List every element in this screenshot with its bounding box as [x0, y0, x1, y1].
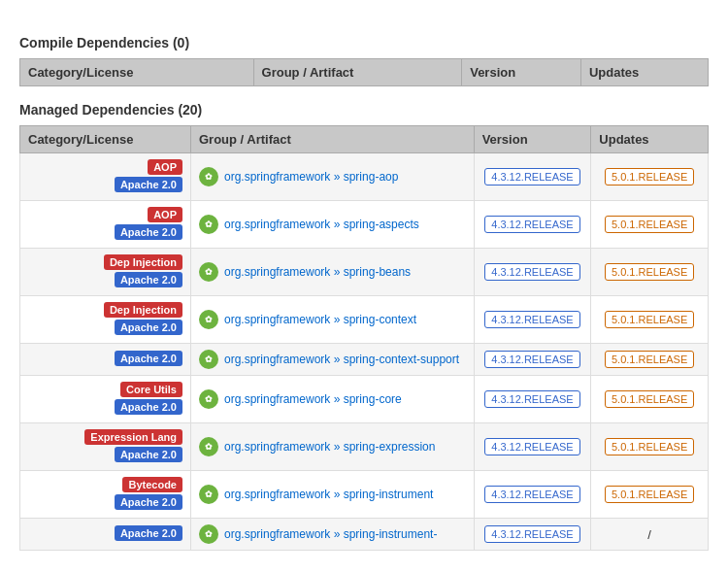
category-badge: Dep Injection: [104, 254, 182, 270]
category-badge: Apache 2.0: [115, 177, 182, 192]
group-artifact-cell: ✿org.springframework » spring-instrument…: [190, 519, 474, 551]
version-badge[interactable]: 4.3.12.RELEASE: [484, 168, 579, 185]
updates-cell: 5.0.1.RELEASE: [591, 376, 709, 423]
spring-icon: ✿: [199, 389, 218, 409]
version-cell: 4.3.12.RELEASE: [474, 296, 591, 344]
update-badge[interactable]: 5.0.1.RELEASE: [605, 168, 694, 185]
category-badge: Dep Injection: [104, 302, 182, 318]
category-badge: Apache 2.0: [115, 224, 182, 240]
category-badge: Apache 2.0: [115, 272, 182, 287]
update-badge[interactable]: 5.0.1.RELEASE: [605, 486, 694, 503]
category-cell: Dep InjectionApache 2.0: [20, 249, 191, 296]
category-badge: Apache 2.0: [115, 525, 182, 541]
artifact-link[interactable]: org.springframework » spring-beans: [224, 265, 411, 279]
category-badge: Apache 2.0: [115, 494, 182, 510]
category-badge: AOP: [148, 159, 182, 175]
group-artifact-cell: ✿org.springframework » spring-core: [190, 376, 474, 423]
table-row: Dep InjectionApache 2.0✿org.springframew…: [20, 296, 709, 344]
version-cell: 4.3.12.RELEASE: [474, 376, 591, 423]
spring-icon: ✿: [199, 310, 218, 329]
compile-header-version: Version: [462, 59, 581, 86]
artifact-link[interactable]: org.springframework » spring-instrument: [224, 488, 433, 501]
group-artifact-cell: ✿org.springframework » spring-instrument: [190, 471, 474, 519]
group-artifact-cell: ✿org.springframework » spring-aop: [190, 153, 474, 201]
compile-dependencies-table: Category/License Group / Artifact Versio…: [19, 58, 709, 86]
group-artifact-cell: ✿org.springframework » spring-context-su…: [190, 344, 474, 376]
update-badge[interactable]: 5.0.1.RELEASE: [605, 351, 694, 368]
category-cell: Apache 2.0: [20, 519, 191, 551]
table-row: Dep InjectionApache 2.0✿org.springframew…: [20, 249, 709, 296]
category-badge: Apache 2.0: [115, 320, 182, 335]
updates-cell: 5.0.1.RELEASE: [591, 201, 709, 249]
updates-cell: /: [591, 519, 709, 551]
spring-icon: ✿: [199, 262, 218, 282]
managed-header-updates: Updates: [591, 126, 709, 153]
updates-cell: 5.0.1.RELEASE: [591, 423, 709, 471]
category-cell: Expression LangApache 2.0: [20, 423, 191, 471]
category-badge: Core Utils: [120, 382, 182, 397]
artifact-link[interactable]: org.springframework » spring-aspects: [224, 218, 419, 231]
table-row: Apache 2.0✿org.springframework » spring-…: [20, 344, 709, 376]
artifact-link[interactable]: org.springframework » spring-instrument-: [224, 527, 437, 541]
managed-header-group: Group / Artifact: [190, 126, 474, 153]
version-cell: 4.3.12.RELEASE: [474, 153, 591, 201]
version-badge[interactable]: 4.3.12.RELEASE: [484, 390, 579, 408]
version-badge[interactable]: 4.3.12.RELEASE: [484, 486, 579, 503]
updates-cell: 5.0.1.RELEASE: [591, 344, 709, 376]
version-badge[interactable]: 4.3.12.RELEASE: [484, 351, 579, 368]
category-cell: BytecodeApache 2.0: [20, 471, 191, 519]
update-badge[interactable]: 5.0.1.RELEASE: [605, 216, 694, 233]
updates-cell: 5.0.1.RELEASE: [591, 249, 709, 296]
version-badge[interactable]: 4.3.12.RELEASE: [484, 216, 579, 233]
version-badge[interactable]: 4.3.12.RELEASE: [484, 525, 579, 543]
artifact-link[interactable]: org.springframework » spring-core: [224, 392, 402, 406]
spring-icon: ✿: [199, 167, 218, 186]
version-badge[interactable]: 4.3.12.RELEASE: [484, 263, 579, 281]
category-badge: Apache 2.0: [115, 399, 182, 415]
category-badge: Bytecode: [122, 477, 182, 492]
group-artifact-cell: ✿org.springframework » spring-beans: [190, 249, 474, 296]
artifact-link[interactable]: org.springframework » spring-expression: [224, 440, 435, 454]
version-cell: 4.3.12.RELEASE: [474, 201, 591, 249]
group-artifact-cell: ✿org.springframework » spring-context: [190, 296, 474, 344]
table-row: Core UtilsApache 2.0✿org.springframework…: [20, 376, 709, 423]
category-cell: Dep InjectionApache 2.0: [20, 296, 191, 344]
version-badge[interactable]: 4.3.12.RELEASE: [484, 438, 579, 455]
updates-cell: 5.0.1.RELEASE: [591, 296, 709, 344]
spring-icon: ✿: [199, 350, 218, 369]
spring-icon: ✿: [199, 437, 218, 456]
version-cell: 4.3.12.RELEASE: [474, 344, 591, 376]
artifact-link[interactable]: org.springframework » spring-aop: [224, 170, 398, 184]
version-badge[interactable]: 4.3.12.RELEASE: [484, 311, 579, 328]
table-row: BytecodeApache 2.0✿org.springframework »…: [20, 471, 709, 519]
version-cell: 4.3.12.RELEASE: [474, 249, 591, 296]
category-badge: AOP: [148, 207, 182, 222]
table-row: Expression LangApache 2.0✿org.springfram…: [20, 423, 709, 471]
version-cell: 4.3.12.RELEASE: [474, 471, 591, 519]
version-cell: 4.3.12.RELEASE: [474, 423, 591, 471]
compile-header-category: Category/License: [20, 59, 254, 86]
spring-icon: ✿: [199, 485, 218, 504]
category-cell: AOPApache 2.0: [20, 153, 191, 201]
category-cell: AOPApache 2.0: [20, 201, 191, 249]
category-badge: Apache 2.0: [115, 447, 182, 462]
table-row: AOPApache 2.0✿org.springframework » spri…: [20, 201, 709, 249]
managed-header-category: Category/License: [20, 126, 191, 153]
group-artifact-cell: ✿org.springframework » spring-expression: [190, 423, 474, 471]
update-badge[interactable]: 5.0.1.RELEASE: [605, 390, 694, 408]
compile-header-group: Group / Artifact: [253, 59, 462, 86]
update-badge[interactable]: 5.0.1.RELEASE: [605, 311, 694, 328]
artifact-link[interactable]: org.springframework » spring-context-sup…: [224, 353, 459, 366]
category-cell: Apache 2.0: [20, 344, 191, 376]
category-badge: Apache 2.0: [115, 351, 182, 366]
table-row: AOPApache 2.0✿org.springframework » spri…: [20, 153, 709, 201]
update-badge[interactable]: 5.0.1.RELEASE: [605, 438, 694, 455]
artifact-link[interactable]: org.springframework » spring-context: [224, 313, 416, 326]
managed-header-version: Version: [474, 126, 591, 153]
table-row: Apache 2.0✿org.springframework » spring-…: [20, 519, 709, 551]
managed-dependencies-table: Category/License Group / Artifact Versio…: [19, 125, 709, 551]
group-artifact-cell: ✿org.springframework » spring-aspects: [190, 201, 474, 249]
updates-cell: 5.0.1.RELEASE: [591, 471, 709, 519]
update-badge[interactable]: 5.0.1.RELEASE: [605, 263, 694, 281]
managed-section-title: Managed Dependencies (20): [19, 102, 709, 118]
